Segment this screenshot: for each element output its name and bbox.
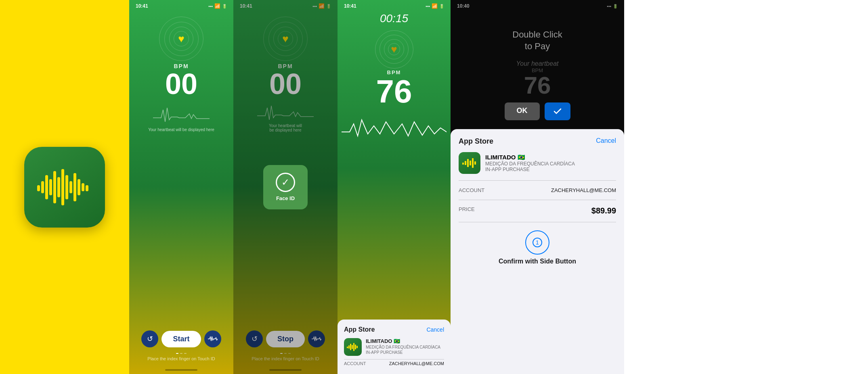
pay-app-info: ILIMITADO 🇧🇷 MEDIÇÃO DA FREQUÊNCIA CARDÍ… [485,154,575,172]
pay-sheet-header: App Store Cancel [459,137,616,146]
bpm-label-4: BPM [338,69,451,75]
status-icons-2: ▪▪▪ 📶 🔋 [208,3,227,9]
svg-rect-24 [472,158,474,168]
bottom-controls-2: ↺ Start [129,326,233,351]
double-click-text: Double Click to Pay [512,29,562,52]
bpm-section-4: BPM 76 [338,69,451,108]
signal-icon-4: ▪▪▪ [426,4,430,8]
svg-rect-21 [465,161,466,165]
wifi-icon-4: 📶 [432,3,438,9]
side-button-area: 1 Confirm with Side Button [459,230,616,265]
heartbeat-text-2: Your heartbeat will be displayed here [137,127,225,132]
radar-rings-4: ♥ [374,29,414,69]
home-indicator-2 [165,369,197,371]
sheet-app-name-4: ILIMITADO 🇧🇷 [366,338,444,344]
face-id-overlay: ✓ Face ID [233,0,338,374]
svg-rect-2 [45,175,48,199]
heartbeat-preview-value: 76 [516,73,559,98]
start-button-2[interactable]: Start [161,331,201,347]
pay-app-desc2: IN-APP PURCHASE [485,167,575,172]
account-row-4: ACCOUNT ZACHERYHALL@ME.COM [344,359,444,368]
panel-4-reading-screen: 10:41 ▪▪▪ 📶 🔋 00:15 ♥ BPM 76 [338,0,451,374]
radar-4: ♥ [338,29,451,69]
heartbeat-preview-label: Your heartbeat [516,60,559,67]
history-btn-2[interactable]: ↺ [141,330,158,347]
svg-rect-8 [69,181,72,193]
dot-3 [184,353,187,354]
svg-rect-6 [61,169,64,205]
pay-sheet-title: App Store [459,137,493,146]
waveform-svg-icon [36,167,93,207]
svg-rect-10 [78,179,80,195]
battery-icon-2: 🔋 [222,4,227,8]
phone-screen-4: 10:41 ▪▪▪ 📶 🔋 00:15 ♥ BPM 76 [338,0,451,374]
panel-3-faceid-screen: 10:41 ▪▪▪ 📶 🔋 ♥ BPM 00 [233,0,338,374]
signal-icon-2: ▪▪▪ [208,4,213,8]
wifi-icon-2: 📶 [214,3,220,9]
sheet-app-row-4: ILIMITADO 🇧🇷 MEDIÇÃO DA FREQUÊNCIA CARDÍ… [344,338,444,356]
sheet-header-4: App Store Cancel [344,326,444,333]
status-bar-5: 10:40 ▪▪▪ 🔋 [451,0,624,10]
waveform-flat-2 [153,102,210,126]
svg-rect-13 [347,347,348,348]
pay-divider-2 [459,200,616,200]
pay-app-icon [459,152,480,174]
pay-divider-1 [459,180,616,181]
bpm-value-4: 76 [338,75,451,108]
side-button-text: Confirm with Side Button [499,258,576,265]
svg-rect-18 [355,345,356,349]
pay-account-row: ACCOUNT ZACHERYHALL@ME.COM [459,184,616,196]
waveform-icon-2 [208,336,218,342]
sheet-app-desc1-4: MEDIÇÃO DA FREQUÊNCIA CARDÍACA [366,345,444,349]
svg-rect-23 [470,161,471,165]
app-icon[interactable] [24,147,105,228]
svg-text:1: 1 [536,239,539,246]
pay-price-label: PRICE [459,206,475,215]
timer-display-4: 00:15 [338,12,451,25]
svg-rect-7 [65,175,68,199]
signal-icon-5: ▪▪▪ [607,4,611,8]
bpm-label-2: BPM [129,63,233,69]
ok-button[interactable]: OK [505,102,540,120]
pay-dark-top: 10:40 ▪▪▪ 🔋 Double Click to Pay Your hea… [451,0,624,137]
svg-rect-0 [37,185,40,191]
check-button[interactable] [545,102,570,120]
sheet-app-info-4: ILIMITADO 🇧🇷 MEDIÇÃO DA FREQUÊNCIA CARDÍ… [366,338,444,355]
waveform-btn-2[interactable] [204,330,221,347]
sheet-app-icon-waveform [347,343,359,351]
side-button-icon: 1 [525,230,549,255]
radar-2: ♥ [129,15,233,63]
pay-app-desc1: MEDIÇÃO DA FREQUÊNCIA CARDÍACA [485,161,575,167]
side-button-svg: 1 [532,237,543,248]
sheet-title-4: App Store [344,326,375,333]
svg-rect-4 [53,171,56,203]
pay-price-row: PRICE $89.99 [459,203,616,219]
ok-check-row: OK [505,102,570,120]
face-id-check-icon: ✓ [276,173,295,192]
panel-5-pay-screen: 10:40 ▪▪▪ 🔋 Double Click to Pay Your hea… [451,0,624,374]
svg-rect-5 [57,177,60,197]
svg-rect-15 [350,344,351,350]
time-2: 10:41 [136,3,148,9]
sheet-app-desc2-4: IN-APP PURCHASE [366,350,444,355]
svg-rect-12 [86,185,88,191]
phone-screen-3: 10:41 ▪▪▪ 📶 🔋 ♥ BPM 00 [233,0,338,374]
battery-icon-4: 🔋 [439,4,444,8]
svg-rect-22 [467,159,469,167]
svg-rect-25 [474,161,476,165]
pay-account-value: ZACHERYHALL@ME.COM [551,187,616,193]
sheet-cancel-4[interactable]: Cancel [426,326,444,333]
phone-screen-2: 10:41 ▪▪▪ 📶 🔋 ♥ BPM 00 [129,0,233,374]
svg-rect-14 [348,345,350,349]
status-bar-2: 10:41 ▪▪▪ 📶 🔋 [129,0,233,10]
heartbeat-msg-2: Your heartbeat will be displayed here [137,102,225,132]
svg-rect-20 [462,163,464,165]
face-id-box: ✓ Face ID [263,165,308,209]
waveform-bars-icon [36,163,93,211]
svg-rect-16 [352,345,353,349]
heart-icon-4: ♥ [387,42,401,56]
pay-app-name: ILIMITADO 🇧🇷 [485,154,575,161]
dots-2 [129,353,233,354]
dot-2 [180,353,182,354]
pay-cancel-btn[interactable]: Cancel [596,137,616,146]
